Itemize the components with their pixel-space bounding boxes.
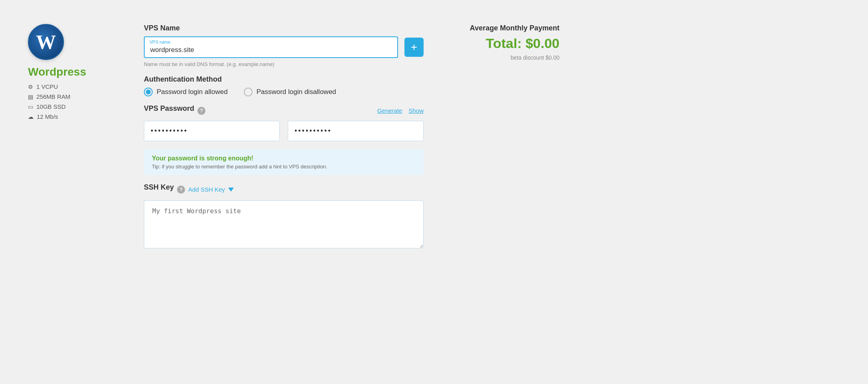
main-content: VPS Name VPS name + Name must be in vali… <box>128 16 440 266</box>
spec-vcpu-value: 1 VCPU <box>36 83 58 90</box>
page-container: Wordpress ⚙ 1 VCPU ▤ 256MB RAM ▭ 10GB SS… <box>24 16 844 266</box>
strength-tip: Tip: if you struggle to remember the pas… <box>152 164 416 170</box>
ssd-icon: ▭ <box>28 104 33 110</box>
ssh-section: SSH Key ? Add SSH Key My first Wordpress… <box>144 183 424 250</box>
bandwidth-icon: ☁ <box>28 114 34 120</box>
vps-name-row: VPS name + <box>144 36 424 58</box>
payment-panel: Average Monthly Payment Total: $0.00 bet… <box>440 16 567 69</box>
spec-ssd: ▭ 10GB SSD <box>28 103 66 110</box>
generate-button[interactable]: Generate <box>377 107 402 114</box>
radio-allowed-circle <box>144 88 153 96</box>
password-fields <box>144 121 424 141</box>
password-actions: Generate Show <box>377 107 424 114</box>
vps-name-float-label: VPS name <box>149 40 171 44</box>
ssh-section-label: SSH Key <box>144 183 174 192</box>
payment-discount: beta discount $0.00 <box>456 54 559 61</box>
radio-disallowed-circle <box>244 88 253 96</box>
password-title-group: VPS Password ? <box>144 104 205 117</box>
vps-name-hint: Name must be in valid DNS format. (e.g. … <box>144 61 424 67</box>
auth-section-label: Authentication Method <box>144 75 424 84</box>
password-section: VPS Password ? Generate Show <box>144 104 424 141</box>
ram-icon: ▤ <box>28 94 33 100</box>
spec-bandwidth: ☁ 12 Mb/s <box>28 113 58 120</box>
spec-vcpu: ⚙ 1 VCPU <box>28 83 58 90</box>
strength-banner: Your password is strong enough! Tip: if … <box>144 149 424 175</box>
add-icon: + <box>411 42 417 53</box>
radio-option-allowed[interactable]: Password login allowed <box>144 88 228 96</box>
password-help-icon[interactable]: ? <box>197 107 205 115</box>
password-input-1[interactable] <box>144 121 280 141</box>
spec-ssd-value: 10GB SSD <box>36 103 66 110</box>
radio-disallowed-label: Password login disallowed <box>257 88 336 96</box>
show-button[interactable]: Show <box>408 107 424 114</box>
cpu-icon: ⚙ <box>28 84 33 90</box>
vps-name-wrapper: VPS name <box>144 36 398 58</box>
radio-allowed-label: Password login allowed <box>157 88 228 96</box>
add-ssh-key-link[interactable]: Add SSH Key <box>188 186 225 193</box>
add-vps-button[interactable]: + <box>404 38 424 57</box>
spec-ram-value: 256MB RAM <box>36 93 70 100</box>
spec-ram: ▤ 256MB RAM <box>28 93 70 100</box>
ssh-header: SSH Key ? Add SSH Key <box>144 183 424 196</box>
payment-label: Average Monthly Payment <box>456 24 559 32</box>
password-header: VPS Password ? Generate Show <box>144 104 424 117</box>
spec-bandwidth-value: 12 Mb/s <box>37 113 58 120</box>
auth-section: Authentication Method Password login all… <box>144 75 424 96</box>
strength-title: Your password is strong enough! <box>152 155 416 162</box>
ssh-help-icon[interactable]: ? <box>177 186 185 194</box>
password-section-label: VPS Password <box>144 104 194 113</box>
vps-name-section-label: VPS Name <box>144 24 424 32</box>
auth-radio-group: Password login allowed Password login di… <box>144 88 424 96</box>
server-logo <box>28 24 64 60</box>
payment-total: Total: $0.00 <box>456 36 559 51</box>
server-info-panel: Wordpress ⚙ 1 VCPU ▤ 256MB RAM ▭ 10GB SS… <box>24 16 128 128</box>
ssh-textarea[interactable]: My first Wordpress site <box>144 200 424 248</box>
radio-option-disallowed[interactable]: Password login disallowed <box>244 88 336 96</box>
ssh-chevron-icon[interactable] <box>228 188 234 192</box>
password-input-2[interactable] <box>288 121 424 141</box>
server-name: Wordpress <box>28 66 86 78</box>
vps-name-input[interactable] <box>144 36 398 58</box>
